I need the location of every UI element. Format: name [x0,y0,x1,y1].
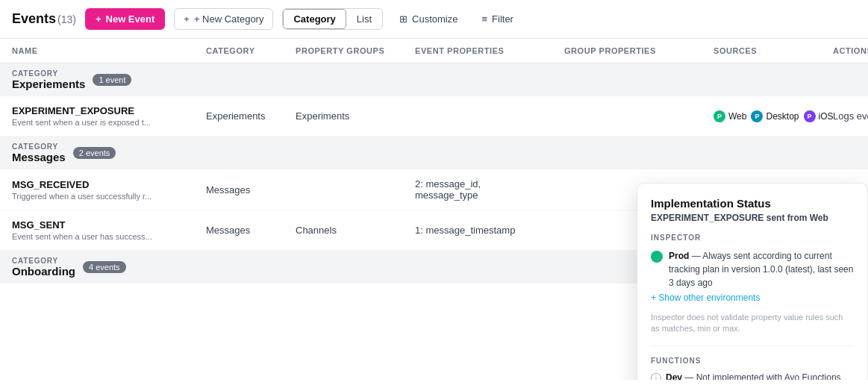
event-properties-cell [403,107,552,125]
event-property-groups-cell [284,181,403,198]
event-name-cell: MSG_SENT Event sent when a user has succ… [0,210,194,250]
category-header-messages: CATEGORY Messages 2 events [0,137,868,169]
event-name-cell: EXPERIMENT_EXPOSURE Event sent when a us… [0,96,194,136]
category-label-2: CATEGORY [12,143,66,151]
category-section-experiements: CATEGORY Experiements 1 event EXPERIMENT… [0,63,868,137]
customize-button[interactable]: ⊞ Customize [392,9,465,29]
event-properties-cell: 2: message_id, message_type [403,169,552,210]
inspector-text: Prod — Always sent according to current … [669,249,854,289]
view-toggle: Category List [282,8,383,30]
event-category-cell: Messages [194,175,284,204]
category-name-onboarding: Onboarding [12,265,75,278]
ios-dot: P [804,110,816,122]
new-category-button[interactable]: + + New Category [174,8,273,30]
event-category-cell: Messages [194,216,284,245]
category-badge-experiements: 1 event [93,74,131,86]
web-dot: P [714,110,725,122]
page-header: Events(13) + New Event + + New Category … [0,0,868,39]
col-actions: ACTIONS [821,39,868,63]
category-label-3: CATEGORY [12,257,75,265]
popup-divider [651,345,854,346]
inspector-note: Inspector does not validate property val… [651,312,854,335]
event-name-cell: MSG_RECEIVED Triggered when a user succe… [0,170,194,210]
new-event-button[interactable]: + New Event [85,8,165,30]
category-badge-onboarding: 4 events [83,261,126,273]
category-name-messages: Messages [12,151,66,163]
category-badge-messages: 2 events [73,147,116,159]
info-icon: i [651,373,661,380]
sources-cell: P Web P Desktop P iOS [702,101,821,131]
filter-icon: ≡ [481,13,487,25]
popup-title: Implementation Status [651,197,854,210]
event-property-groups-cell: Experiments [284,101,403,131]
col-group-properties: GROUP PROPERTIES [552,39,702,63]
implementation-status-popup: Implementation Status EXPERIMENT_EXPOSUR… [637,183,868,380]
source-badges: P Web P Desktop P iOS [714,110,809,122]
event-properties-cell: 1: message_timestamp [403,216,552,245]
event-property-groups-cell: Channels [284,216,403,245]
col-property-groups: PROPERTY GROUPS [284,39,403,63]
functions-row: i Dev — Not implemented with Avo Functio… [651,372,854,380]
category-label: CATEGORY [12,69,85,78]
show-other-environments-link[interactable]: + Show other environments [651,292,854,303]
inspector-row: Prod — Always sent according to current … [651,249,854,289]
main-content: CATEGORY Experiements 1 event EXPERIMENT… [0,63,868,380]
source-web: P Web [714,110,746,122]
table-header: NAME CATEGORY PROPERTY GROUPS EVENT PROP… [0,39,868,63]
filter-button[interactable]: ≡ Filter [474,9,520,29]
view-category-button[interactable]: Category [283,9,346,29]
functions-section-label: FUNCTIONS [651,357,854,365]
plus-icon-category: + [184,13,190,25]
view-list-button[interactable]: List [346,9,382,29]
grid-icon: ⊞ [399,13,408,25]
functions-text: Dev — Not implemented with Avo Functions [666,372,841,380]
prod-dot [651,251,663,263]
col-event-properties: EVENT PROPERTIES [403,39,552,63]
group-properties-cell [552,107,702,125]
popup-event-name: EXPERIMENT_EXPOSURE [651,213,764,223]
category-name-experiements: Experiements [12,78,85,90]
desktop-dot: P [751,110,763,122]
col-name: NAME [0,39,194,63]
inspector-section-label: INSPECTOR [651,234,854,242]
source-desktop: P Desktop [751,110,799,122]
popup-subtitle: EXPERIMENT_EXPOSURE sent from Web [651,213,854,223]
col-category: CATEGORY [194,39,284,63]
category-header-experiements: CATEGORY Experiements 1 event [0,63,868,96]
page-title: Events(13) [12,11,76,27]
table-row[interactable]: EXPERIMENT_EXPOSURE Event sent when a us… [0,96,868,137]
action-cell: Logs event [821,101,868,131]
inspector-content: Prod — Always sent according to current … [651,249,854,303]
col-sources: SOURCES [702,39,821,63]
event-category-cell: Experiements [194,101,284,131]
plus-icon: + [96,13,102,25]
